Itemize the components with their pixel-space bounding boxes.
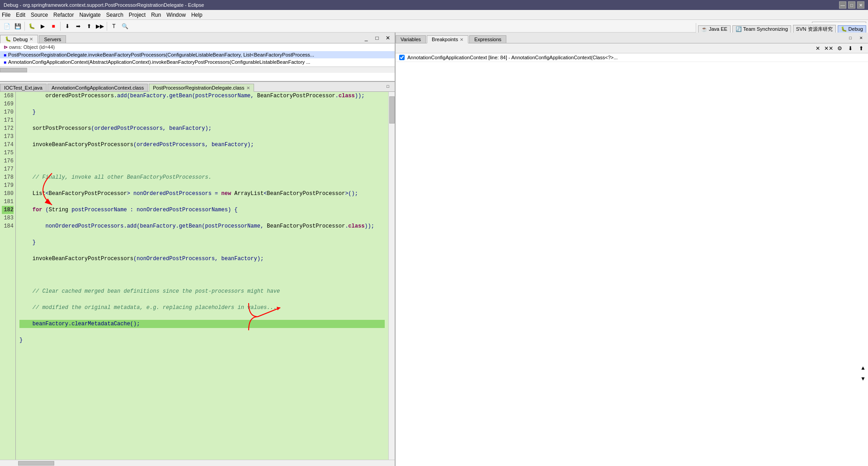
bp-filter-button[interactable]: ⚙	[835, 43, 844, 53]
menu-bar: File Edit Source Refactor Navigate Searc…	[0, 10, 868, 20]
code-v-scrollbar[interactable]	[388, 92, 395, 460]
search-button[interactable]: 🔍	[120, 21, 130, 31]
owns-label: ⊳ owns: Object (id=44)	[0, 43, 395, 51]
tab-variables[interactable]: Variables	[396, 35, 426, 43]
bp-expand-button[interactable]: ⬇	[845, 43, 855, 53]
tab-postprocessor[interactable]: PostProcessorRegistrationDelegate.class …	[149, 84, 254, 92]
tab-breakpoints[interactable]: Breakpoints ✕	[427, 35, 468, 43]
step-return-button[interactable]: ⬆	[84, 21, 94, 31]
tab-ioctest-label: IOCTest_Ext.java	[4, 85, 42, 90]
tab-annotation-config-label: AnnotationConfigApplicationContext.class	[52, 85, 144, 90]
step-over-button[interactable]: ➡	[73, 21, 83, 31]
stack-item-0-icon: ■	[4, 52, 6, 57]
resume-button[interactable]: ▶▶	[95, 21, 105, 31]
line-183: 183	[2, 214, 14, 222]
bp-remove-all-button[interactable]: ✕✕	[824, 43, 834, 53]
tab-expressions[interactable]: Expressions	[469, 35, 506, 43]
debug-tabs: 🐛 Debug ✕ Servers _ □ ✕	[0, 33, 395, 43]
menu-window[interactable]: Window	[166, 12, 186, 18]
menu-run[interactable]: Run	[151, 12, 161, 18]
left-panel: 🐛 Debug ✕ Servers _ □ ✕ ⊳ owns: Object (…	[0, 33, 396, 466]
breakpoints-content: AnnotationConfigApplicationContext [line…	[396, 53, 868, 260]
menu-navigate[interactable]: Navigate	[79, 12, 100, 18]
menu-search[interactable]: Search	[106, 12, 123, 18]
close-button[interactable]: ✕	[857, 1, 864, 9]
stack-item-0[interactable]: ■ PostProcessorRegistrationDelegate.invo…	[0, 51, 395, 58]
right-panel: Variables Breakpoints ✕ Expressions □ ✕ …	[396, 33, 868, 466]
stack-h-scrollbar[interactable]	[0, 67, 395, 73]
line-numbers: 168 169 170 171 172 173 174 175 176 177 …	[0, 92, 16, 460]
bp-checkbox-0[interactable]	[399, 55, 405, 60]
menu-edit[interactable]: Edit	[16, 12, 25, 18]
code-area: 168 169 170 171 172 173 174 175 176 177 …	[0, 92, 395, 466]
line-184: 184	[2, 222, 14, 230]
line-176: 176	[2, 157, 14, 165]
perspective-debug[interactable]: 🐛 Debug	[838, 25, 866, 33]
bp-remove-button[interactable]: ✕	[813, 43, 823, 53]
right-panel-close[interactable]: ✕	[856, 33, 866, 43]
debug-button[interactable]: 🐛	[27, 21, 37, 31]
editor-tabs: IOCTest_Ext.java AnnotationConfigApplica…	[0, 82, 395, 92]
debug-panel-close[interactable]: ✕	[383, 33, 393, 43]
menu-help[interactable]: Help	[191, 12, 203, 18]
code-v-thumb[interactable]	[389, 96, 395, 124]
line-181: 181	[2, 198, 14, 206]
stack-item-0-label: PostProcessorRegistrationDelegate.invoke…	[8, 52, 314, 57]
debug-panel-maximize[interactable]: □	[372, 33, 382, 43]
line-171: 171	[2, 116, 14, 124]
perspective-javaee[interactable]: ☕ Java EE	[698, 25, 731, 33]
code-h-scrollbar[interactable]	[0, 460, 395, 466]
maximize-button[interactable]: □	[848, 1, 855, 9]
code-h-thumb[interactable]	[18, 461, 54, 466]
menu-project[interactable]: Project	[129, 12, 146, 18]
stack-item-1-label: AnnotationConfigApplicationContext(Abstr…	[8, 59, 310, 65]
main-layout: 🐛 Debug ✕ Servers _ □ ✕ ⊳ owns: Object (…	[0, 33, 868, 466]
line-178: 178	[2, 173, 14, 181]
stop-button[interactable]: ■	[48, 21, 58, 31]
variables-tab-label: Variables	[401, 37, 421, 42]
breakpoints-tab-label: Breakpoints	[432, 37, 458, 42]
tab-postprocessor-close[interactable]: ✕	[246, 86, 250, 90]
open-type-button[interactable]: T	[109, 21, 119, 31]
tab-ioctest[interactable]: IOCTest_Ext.java	[0, 84, 47, 91]
line-168: 168	[2, 92, 14, 100]
bp-label-0: AnnotationConfigApplicationContext [line…	[407, 55, 618, 60]
title-bar: Debug - org.springframework.context.supp…	[0, 0, 868, 10]
minimize-button[interactable]: —	[839, 1, 846, 9]
menu-source[interactable]: Source	[31, 12, 48, 18]
right-panel-maximize[interactable]: □	[845, 33, 855, 43]
breakpoints-tab-close[interactable]: ✕	[460, 37, 463, 42]
line-174: 174	[2, 141, 14, 149]
tab-debug[interactable]: 🐛 Debug ✕	[0, 35, 38, 43]
toolbar-separator-3	[107, 22, 107, 31]
right-panel-toolbar: ✕ ✕✕ ⚙ ⬇ ⬆	[396, 43, 868, 53]
line-170: 170	[2, 108, 14, 116]
breakpoint-item-0[interactable]: AnnotationConfigApplicationContext [line…	[396, 53, 868, 62]
line-180: 180	[2, 190, 14, 198]
step-into-button[interactable]: ⬇	[62, 21, 72, 31]
right-nav-up[interactable]: ▲	[858, 363, 868, 373]
editor-panel-maximize[interactable]: □	[383, 81, 393, 91]
new-button[interactable]: 📄	[2, 21, 12, 31]
save-button[interactable]: 💾	[13, 21, 23, 31]
menu-file[interactable]: File	[2, 12, 10, 18]
toolbar-separator-1	[24, 22, 25, 31]
perspective-team-sync[interactable]: 🔄 Team Synchronizing	[732, 25, 791, 33]
run-button[interactable]: ▶	[38, 21, 47, 31]
tab-servers[interactable]: Servers	[39, 35, 66, 43]
stack-h-thumb[interactable]	[0, 68, 27, 72]
menu-refactor[interactable]: Refactor	[53, 12, 74, 18]
debug-tab-label: Debug	[13, 37, 28, 42]
right-panel-spacer: ▲ ▼	[396, 260, 868, 466]
debug-tab-close[interactable]: ✕	[29, 37, 33, 42]
toolbar-separator-2	[60, 22, 61, 31]
tab-annotation-config[interactable]: AnnotationConfigApplicationContext.class	[47, 84, 148, 91]
bp-collapse-button[interactable]: ⬆	[856, 43, 866, 53]
stack-item-1[interactable]: ■ AnnotationConfigApplicationContext(Abs…	[0, 58, 395, 66]
debug-panel-minimize[interactable]: _	[361, 33, 371, 43]
left-bottom: IOCTest_Ext.java AnnotationConfigApplica…	[0, 82, 395, 466]
right-nav-down[interactable]: ▼	[858, 374, 868, 384]
title-text: Debug - org.springframework.context.supp…	[4, 2, 204, 8]
debug-tab-icon: 🐛	[5, 36, 11, 42]
code-editor[interactable]: orderedPostProcessors.add(beanFactory.ge…	[16, 92, 388, 460]
